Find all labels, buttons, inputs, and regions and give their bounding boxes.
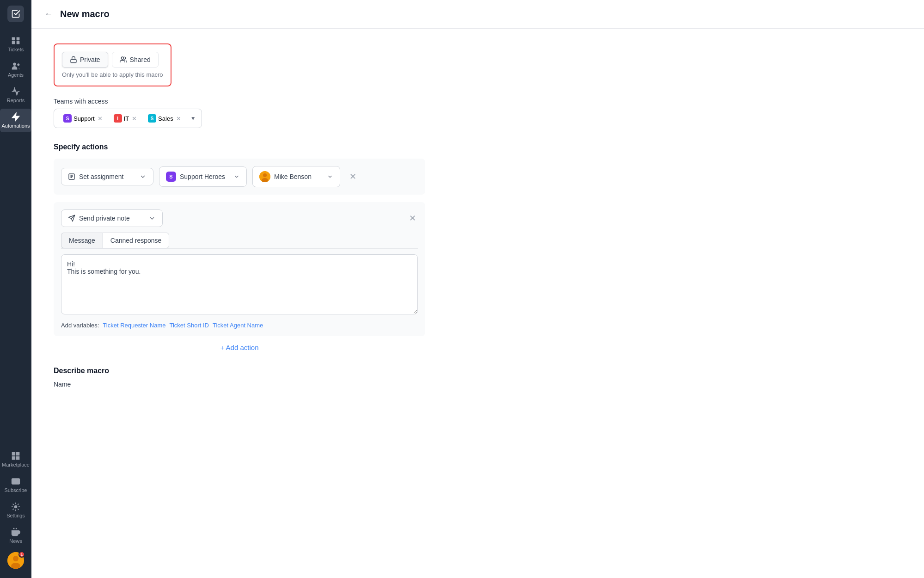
shared-button[interactable]: Shared	[112, 52, 159, 68]
sidebar-item-tickets[interactable]: Tickets	[0, 32, 31, 56]
teams-row: S Support ✕ I IT ✕ S Sales ✕ ▼	[54, 109, 202, 128]
sidebar-item-marketplace[interactable]: Marketplace	[0, 448, 31, 471]
svg-rect-7	[17, 453, 19, 455]
sidebar-item-news[interactable]: News	[0, 524, 31, 547]
page-content: Private Shared Only you'll be able to ap…	[31, 29, 447, 403]
svg-point-4	[13, 63, 16, 66]
actions-section-title: Specify actions	[54, 143, 425, 151]
back-button[interactable]: ←	[43, 7, 55, 21]
message-textarea[interactable]: Hi! This is something for you.	[61, 254, 418, 314]
svg-rect-10	[12, 479, 20, 484]
svg-rect-2	[12, 41, 15, 44]
sidebar-item-agents[interactable]: Agents	[0, 58, 31, 81]
remove-support-button[interactable]: ✕	[97, 116, 104, 122]
action2-close-button[interactable]: ✕	[407, 211, 418, 225]
sidebar-item-reports[interactable]: Reports	[0, 83, 31, 107]
page-title: New macro	[60, 9, 110, 19]
action1-close-button[interactable]: ✕	[348, 170, 358, 184]
sidebar-item-subscribe[interactable]: Subscribe	[0, 473, 31, 497]
sales-team-icon: S	[148, 114, 156, 123]
agent-dropdown[interactable]: Mike Benson	[252, 166, 340, 187]
svg-rect-0	[12, 37, 15, 41]
set-assignment-card: Set assignment S Support Heroes Mike Ben…	[54, 159, 425, 195]
add-variables-row: Add variables: Ticket Requester Name Tic…	[61, 322, 418, 329]
variable-short-id[interactable]: Ticket Short ID	[169, 322, 208, 329]
svg-point-12	[15, 506, 17, 508]
agent-avatar	[259, 171, 270, 182]
svg-marker-5	[12, 113, 19, 121]
action-type-dropdown[interactable]: Set assignment	[61, 168, 153, 185]
team-dd-chevron	[233, 173, 240, 180]
visibility-box: Private Shared Only you'll be able to ap…	[54, 43, 171, 86]
sidebar-item-automations[interactable]: Automations	[0, 109, 31, 132]
user-avatar-wrap[interactable]: 1	[7, 552, 24, 569]
svg-point-20	[121, 57, 123, 59]
sales-team-label: Sales	[158, 115, 173, 122]
app-logo[interactable]	[7, 6, 24, 22]
variable-agent-name[interactable]: Ticket Agent Name	[213, 322, 263, 329]
visibility-hint: Only you'll be able to apply this macro	[62, 71, 163, 78]
assignment-icon	[68, 173, 75, 180]
it-team-label: IT	[124, 115, 129, 122]
visibility-buttons: Private Shared	[62, 52, 163, 68]
svg-rect-19	[71, 59, 76, 62]
support-team-icon: S	[63, 114, 72, 123]
action-type-chevron	[139, 173, 147, 180]
note-top-row: Send private note ✕	[61, 209, 418, 227]
agent-dd-chevron	[327, 173, 333, 180]
action-type-label: Set assignment	[79, 173, 124, 180]
team-dd-label: Support Heroes	[180, 173, 225, 180]
sidebar: Tickets Agents Reports Automations Marke…	[0, 0, 31, 578]
agent-dd-label: Mike Benson	[274, 173, 312, 180]
lock-icon	[70, 56, 77, 63]
private-button[interactable]: Private	[62, 52, 108, 68]
variable-requester-name[interactable]: Ticket Requester Name	[103, 322, 165, 329]
it-team-icon: I	[114, 114, 122, 123]
remove-sales-button[interactable]: ✕	[175, 116, 182, 122]
set-assignment-row: Set assignment S Support Heroes Mike Ben…	[61, 166, 418, 187]
svg-rect-8	[12, 457, 15, 460]
tab-message[interactable]: Message	[61, 233, 103, 248]
note-type-chevron	[148, 215, 156, 222]
support-team-label: Support	[73, 115, 95, 122]
main-content: ← New macro Private	[31, 0, 924, 578]
message-tabs: Message Canned response	[61, 233, 418, 249]
note-type-label: Send private note	[79, 215, 130, 222]
remove-it-button[interactable]: ✕	[131, 116, 138, 122]
sidebar-item-settings[interactable]: Settings	[0, 498, 31, 522]
send-icon	[68, 215, 75, 222]
svg-rect-6	[12, 453, 15, 455]
page-header: ← New macro	[31, 0, 924, 29]
group-icon	[120, 56, 127, 63]
tab-canned-response[interactable]: Canned response	[103, 233, 170, 248]
team-dropdown[interactable]: S Support Heroes	[159, 166, 247, 187]
notification-badge: 1	[18, 551, 25, 558]
add-action-button[interactable]: + Add action	[220, 344, 259, 351]
note-type-dropdown[interactable]: Send private note	[61, 209, 163, 227]
describe-macro-title: Describe macro	[54, 367, 425, 375]
team-tag-it: I IT ✕	[110, 113, 142, 124]
team-tag-support: S Support ✕	[60, 113, 107, 124]
name-label: Name	[54, 381, 425, 388]
svg-rect-9	[17, 457, 19, 460]
send-private-note-card: Send private note ✕ Message Canned respo…	[54, 202, 425, 336]
team-dd-icon: S	[166, 172, 176, 182]
svg-point-17	[13, 556, 18, 561]
svg-rect-1	[17, 37, 20, 41]
teams-label: Teams with access	[54, 98, 425, 105]
teams-dropdown-chevron[interactable]: ▼	[190, 115, 196, 122]
svg-point-23	[263, 173, 267, 177]
team-tag-sales: S Sales ✕	[144, 113, 186, 124]
add-variables-label: Add variables:	[61, 322, 99, 329]
add-action-row: + Add action	[54, 344, 425, 352]
svg-rect-3	[17, 41, 20, 44]
